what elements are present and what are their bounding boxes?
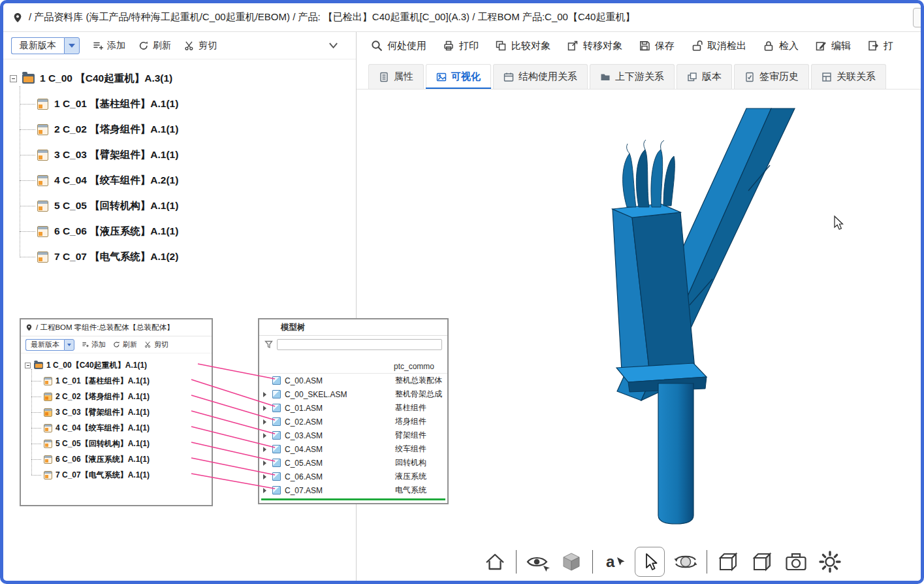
tree-item[interactable]: 5 C_05【回转机构】A.1(1) xyxy=(25,436,212,451)
part-icon xyxy=(37,150,48,161)
filter-funnel-icon[interactable] xyxy=(264,340,273,349)
action-cancel-checkout[interactable]: 取消检出 xyxy=(691,40,746,52)
detail-tabs: 属性 可视化 结构使用关系 上下游关系 xyxy=(357,59,921,89)
cut-button[interactable]: 剪切 xyxy=(184,40,217,52)
expand-arrow-icon[interactable] xyxy=(263,474,272,479)
expand-arrow-icon[interactable] xyxy=(263,433,272,438)
part-icon xyxy=(37,99,48,110)
versions-icon xyxy=(687,72,697,82)
tree-item[interactable]: 1 C_01【基柱组件】A.1(1) xyxy=(25,373,212,389)
tree-item[interactable]: 4 C_04 【绞车组件】A.2(1) xyxy=(10,168,356,193)
tree-item[interactable]: 6 C_06 【液压系统】A.1(1) xyxy=(10,219,356,244)
breadcrumb: / 产品资料库 (海工产品/特种海工起重机/C_00起重机/EBOM) / 产品… xyxy=(3,3,921,32)
collapse-expander-icon[interactable] xyxy=(25,363,31,368)
part-icon xyxy=(44,424,52,432)
action-edit[interactable]: 编辑 xyxy=(815,40,851,52)
model-tree-row[interactable]: C_03.ASM 臂架组件 xyxy=(259,429,447,442)
model-tree-row[interactable]: C_06.ASM 液压系统 xyxy=(259,470,447,483)
tree-item[interactable]: 4 C_04【绞车组件】A.1(1) xyxy=(25,420,212,436)
action-where-used[interactable]: 何处使用 xyxy=(371,40,426,52)
tree-item[interactable]: 3 C_03【臂架组件】A.1(1) xyxy=(25,404,212,420)
model-tree-filter-input[interactable] xyxy=(277,339,442,350)
shaded-view-button[interactable] xyxy=(558,549,584,575)
dropdown-arrow-icon[interactable] xyxy=(64,339,74,351)
part-icon xyxy=(37,175,48,186)
add-icon xyxy=(93,41,103,51)
select-tool-button[interactable] xyxy=(635,547,665,577)
mouse-cursor xyxy=(835,216,843,229)
scissors-icon xyxy=(184,41,195,51)
add-button[interactable]: 添加 xyxy=(93,40,125,52)
select-arrow-icon xyxy=(637,549,662,574)
tree-item[interactable]: 7 C_07【电气系统】A.1(1) xyxy=(25,467,212,483)
model-tree-row[interactable]: C_07.ASM 电气系统 xyxy=(259,483,447,497)
model-tree-filter xyxy=(259,336,447,353)
tab-version[interactable]: 版本 xyxy=(677,64,732,89)
expand-arrow-icon[interactable] xyxy=(263,488,272,493)
wireframe-box-button[interactable] xyxy=(715,549,741,575)
orbit-rotate-icon xyxy=(673,549,698,574)
expand-arrow-icon[interactable] xyxy=(263,406,272,411)
action-save[interactable]: 保存 xyxy=(639,40,675,52)
expand-arrow-icon[interactable] xyxy=(263,461,272,466)
tree-item[interactable]: 1 C_01 【基柱组件】A.1(1) xyxy=(10,91,356,117)
action-checkin[interactable]: 检入 xyxy=(763,40,799,52)
refresh-button[interactable]: 刷新 xyxy=(138,40,171,52)
box-3d-icon xyxy=(716,549,741,574)
model-tree-row[interactable]: C_02.ASM 塔身组件 xyxy=(259,415,447,429)
version-filter-dropdown[interactable]: 最新版本 xyxy=(25,339,74,351)
tree-item[interactable]: 2 C_02 【塔身组件】A.1(1) xyxy=(10,117,356,142)
snapshot-button[interactable] xyxy=(783,549,809,575)
chevron-down-icon xyxy=(328,41,339,50)
refresh-button[interactable]: 刷新 xyxy=(113,340,137,349)
expand-arrow-icon[interactable] xyxy=(263,419,272,425)
tree-item[interactable]: 6 C_06【液压系统】A.1(1) xyxy=(25,451,212,467)
structure-toolbar: 最新版本 添加 xyxy=(3,32,356,59)
model-tree-row[interactable]: C_04.ASM 绞车组件 xyxy=(259,442,447,456)
tab-visualization[interactable]: 可视化 xyxy=(426,64,491,89)
action-compare[interactable]: 比较对象 xyxy=(495,40,550,52)
action-open[interactable]: 打 xyxy=(867,40,893,52)
settings-button[interactable] xyxy=(817,549,843,575)
tree-item[interactable]: 2 C_02【塔身组件】A.1(1) xyxy=(25,389,212,404)
action-transfer[interactable]: 转移对象 xyxy=(567,40,622,52)
solid-box-button[interactable] xyxy=(749,549,775,575)
assembly-cube-icon xyxy=(272,445,281,453)
model-tree-row[interactable]: C_00.ASM 整机总装配体 xyxy=(259,374,447,387)
model-tree-row[interactable]: C_05.ASM 回转机构 xyxy=(259,456,447,470)
model-tree-row[interactable]: C_01.ASM 基柱组件 xyxy=(259,401,447,415)
home-view-button[interactable] xyxy=(482,549,508,575)
annotate-button[interactable]: a xyxy=(601,549,627,575)
transfer-icon xyxy=(567,40,579,52)
action-print[interactable]: 打印 xyxy=(443,40,479,52)
dropdown-arrow-icon[interactable] xyxy=(64,37,80,54)
assembly-cube-icon xyxy=(272,486,281,495)
cut-button[interactable]: 剪切 xyxy=(144,340,168,349)
tree-root-item[interactable]: 1 C_00 【C40起重机】A.3(1) xyxy=(10,66,356,91)
tree-item[interactable]: 3 C_03 【臂架组件】A.1(1) xyxy=(10,142,356,168)
part-icon-modified xyxy=(44,408,52,417)
tab-updownstream[interactable]: 上下游关系 xyxy=(590,64,675,89)
tab-properties[interactable]: 属性 xyxy=(368,64,424,89)
collapse-expander-icon[interactable] xyxy=(10,75,17,82)
overlay-ebom-tree: 1 C_00【C40起重机】A.1(1) 1 C_01【基柱组件】A.1(1) … xyxy=(21,353,212,483)
tree-root-item[interactable]: 1 C_00【C40起重机】A.1(1) xyxy=(25,357,212,373)
tab-structure-usage[interactable]: 结构使用关系 xyxy=(493,64,588,89)
version-filter-dropdown[interactable]: 最新版本 xyxy=(11,37,80,54)
view-options-button[interactable] xyxy=(524,549,550,575)
clipped-corner-control[interactable] xyxy=(913,8,921,27)
history-doc-icon xyxy=(744,72,755,82)
expand-arrow-icon[interactable] xyxy=(263,392,272,397)
tree-item[interactable]: 7 C_07 【电气系统】A.1(2) xyxy=(10,244,356,270)
model-tree-row[interactable]: C_00_SKEL.ASM 整机骨架总成 xyxy=(259,387,447,401)
tab-relations[interactable]: 关联关系 xyxy=(811,64,886,89)
tab-review-history[interactable]: 签审历史 xyxy=(734,64,809,89)
location-pin-icon xyxy=(12,12,23,24)
add-button[interactable]: 添加 xyxy=(82,340,106,349)
edit-pencil-icon xyxy=(815,40,827,52)
box-solid-icon xyxy=(750,549,774,574)
orbit-button[interactable] xyxy=(673,549,699,575)
expand-arrow-icon[interactable] xyxy=(263,447,272,452)
collapse-toolbar-button[interactable] xyxy=(328,41,339,50)
tree-item[interactable]: 5 C_05 【回转机构】A.1(1) xyxy=(10,193,356,219)
